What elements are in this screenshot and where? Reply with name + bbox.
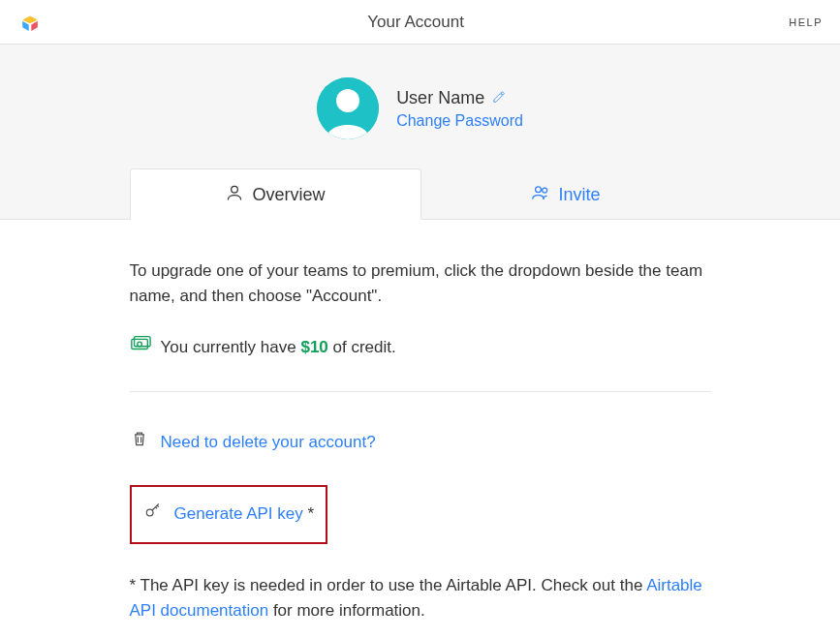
footnote-suffix: for more information. <box>268 601 425 620</box>
tabs-row: Overview Invite <box>130 168 711 219</box>
tab-overview-label: Overview <box>252 185 325 205</box>
page-title: Your Account <box>43 13 789 32</box>
profile-text: User Name Change Password <box>396 88 523 130</box>
profile-banner: User Name Change Password Overview Invit… <box>0 45 840 220</box>
change-password-link[interactable]: Change Password <box>396 112 523 130</box>
asterisk: * <box>303 504 314 523</box>
trash-icon <box>130 429 149 456</box>
user-name-label: User Name <box>396 88 484 108</box>
credit-row: You currently have $10 of credit. <box>130 333 711 362</box>
svg-marker-1 <box>22 20 29 30</box>
generate-api-key-link[interactable]: Generate API key <box>174 504 303 523</box>
svg-marker-2 <box>31 20 38 30</box>
content-area: To upgrade one of your teams to premium,… <box>130 220 711 623</box>
credit-prefix: You currently have <box>161 338 301 356</box>
avatar <box>317 77 379 139</box>
svg-point-7 <box>543 188 547 193</box>
generate-api-key-text: Generate API key * <box>174 501 315 527</box>
credit-text: You currently have $10 of credit. <box>161 335 396 360</box>
airtable-logo-icon[interactable] <box>17 10 43 35</box>
username-row: User Name <box>396 88 523 108</box>
delete-account-link[interactable]: Need to delete your account? <box>161 430 376 455</box>
credit-amount: $10 <box>300 338 327 356</box>
key-icon <box>143 501 163 528</box>
generate-api-key-highlight: Generate API key * <box>130 485 328 543</box>
svg-point-6 <box>536 186 542 192</box>
money-icon <box>130 333 151 362</box>
api-footnote: * The API key is needed in order to use … <box>130 573 711 624</box>
upgrade-text: To upgrade one of your teams to premium,… <box>130 258 711 310</box>
credit-suffix: of credit. <box>328 338 396 356</box>
tab-invite-label: Invite <box>558 185 600 205</box>
svg-point-11 <box>146 510 153 517</box>
header: Your Account HELP <box>0 0 840 45</box>
person-icon <box>225 183 244 207</box>
profile-row: User Name Change Password <box>0 45 840 168</box>
delete-account-row: Need to delete your account? <box>130 429 711 456</box>
tab-overview[interactable]: Overview <box>130 168 421 220</box>
divider <box>130 391 711 392</box>
footnote-prefix: * The API key is needed in order to use … <box>130 576 647 594</box>
edit-name-icon[interactable] <box>492 88 506 108</box>
help-link[interactable]: HELP <box>789 16 823 28</box>
svg-point-5 <box>232 186 238 193</box>
tab-invite[interactable]: Invite <box>421 168 711 219</box>
people-icon <box>531 183 550 207</box>
svg-point-4 <box>336 89 359 112</box>
